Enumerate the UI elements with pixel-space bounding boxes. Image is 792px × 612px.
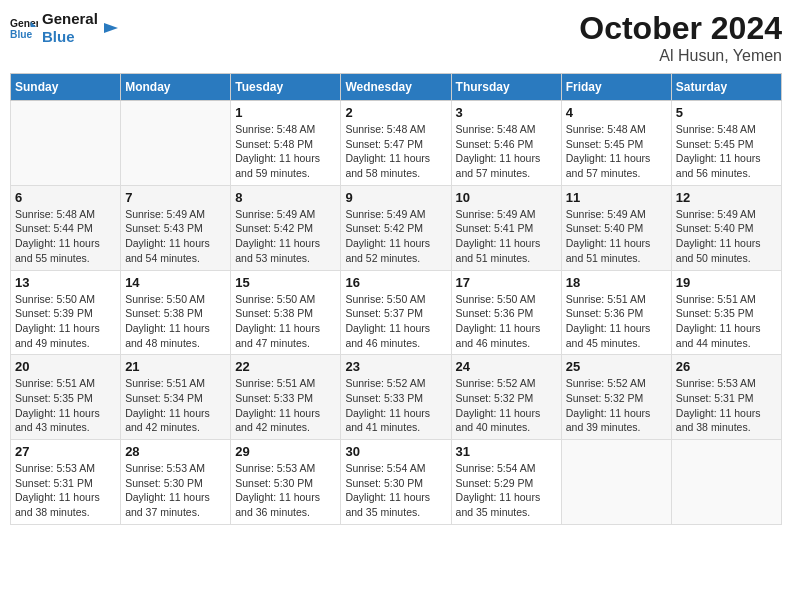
logo-icon: General Blue (10, 14, 38, 42)
calendar-cell: 14Sunrise: 5:50 AM Sunset: 5:38 PM Dayli… (121, 270, 231, 355)
header-day: Saturday (671, 74, 781, 101)
calendar-cell: 24Sunrise: 5:52 AM Sunset: 5:32 PM Dayli… (451, 355, 561, 440)
calendar-cell: 29Sunrise: 5:53 AM Sunset: 5:30 PM Dayli… (231, 440, 341, 525)
calendar-week-row: 6Sunrise: 5:48 AM Sunset: 5:44 PM Daylig… (11, 185, 782, 270)
day-number: 7 (125, 190, 226, 205)
day-number: 11 (566, 190, 667, 205)
day-info: Sunrise: 5:48 AM Sunset: 5:44 PM Dayligh… (15, 207, 116, 266)
header: General Blue General Blue October 2024 A… (10, 10, 782, 65)
logo-blue: Blue (42, 28, 98, 46)
calendar-week-row: 20Sunrise: 5:51 AM Sunset: 5:35 PM Dayli… (11, 355, 782, 440)
main-title: October 2024 (579, 10, 782, 47)
day-info: Sunrise: 5:48 AM Sunset: 5:47 PM Dayligh… (345, 122, 446, 181)
subtitle: Al Husun, Yemen (579, 47, 782, 65)
calendar-week-row: 27Sunrise: 5:53 AM Sunset: 5:31 PM Dayli… (11, 440, 782, 525)
calendar-cell: 1Sunrise: 5:48 AM Sunset: 5:48 PM Daylig… (231, 101, 341, 186)
calendar-cell: 27Sunrise: 5:53 AM Sunset: 5:31 PM Dayli… (11, 440, 121, 525)
title-area: October 2024 Al Husun, Yemen (579, 10, 782, 65)
calendar-cell: 15Sunrise: 5:50 AM Sunset: 5:38 PM Dayli… (231, 270, 341, 355)
calendar-cell: 12Sunrise: 5:49 AM Sunset: 5:40 PM Dayli… (671, 185, 781, 270)
calendar-week-row: 1Sunrise: 5:48 AM Sunset: 5:48 PM Daylig… (11, 101, 782, 186)
day-info: Sunrise: 5:49 AM Sunset: 5:40 PM Dayligh… (676, 207, 777, 266)
day-info: Sunrise: 5:51 AM Sunset: 5:33 PM Dayligh… (235, 376, 336, 435)
calendar-cell: 22Sunrise: 5:51 AM Sunset: 5:33 PM Dayli… (231, 355, 341, 440)
day-number: 13 (15, 275, 116, 290)
calendar-cell (11, 101, 121, 186)
calendar-cell: 5Sunrise: 5:48 AM Sunset: 5:45 PM Daylig… (671, 101, 781, 186)
day-number: 14 (125, 275, 226, 290)
logo-arrow-icon (102, 19, 120, 37)
calendar-cell: 20Sunrise: 5:51 AM Sunset: 5:35 PM Dayli… (11, 355, 121, 440)
calendar-cell: 2Sunrise: 5:48 AM Sunset: 5:47 PM Daylig… (341, 101, 451, 186)
calendar-cell: 26Sunrise: 5:53 AM Sunset: 5:31 PM Dayli… (671, 355, 781, 440)
calendar-cell: 7Sunrise: 5:49 AM Sunset: 5:43 PM Daylig… (121, 185, 231, 270)
day-info: Sunrise: 5:48 AM Sunset: 5:45 PM Dayligh… (566, 122, 667, 181)
day-info: Sunrise: 5:50 AM Sunset: 5:38 PM Dayligh… (235, 292, 336, 351)
calendar-table: SundayMondayTuesdayWednesdayThursdayFrid… (10, 73, 782, 525)
calendar-cell: 10Sunrise: 5:49 AM Sunset: 5:41 PM Dayli… (451, 185, 561, 270)
day-number: 30 (345, 444, 446, 459)
day-info: Sunrise: 5:53 AM Sunset: 5:31 PM Dayligh… (15, 461, 116, 520)
day-info: Sunrise: 5:50 AM Sunset: 5:38 PM Dayligh… (125, 292, 226, 351)
header-day: Monday (121, 74, 231, 101)
calendar-cell: 13Sunrise: 5:50 AM Sunset: 5:39 PM Dayli… (11, 270, 121, 355)
day-number: 31 (456, 444, 557, 459)
day-info: Sunrise: 5:52 AM Sunset: 5:33 PM Dayligh… (345, 376, 446, 435)
calendar-cell: 19Sunrise: 5:51 AM Sunset: 5:35 PM Dayli… (671, 270, 781, 355)
svg-text:Blue: Blue (10, 29, 33, 40)
day-info: Sunrise: 5:48 AM Sunset: 5:45 PM Dayligh… (676, 122, 777, 181)
calendar-cell: 8Sunrise: 5:49 AM Sunset: 5:42 PM Daylig… (231, 185, 341, 270)
logo-general: General (42, 10, 98, 28)
day-number: 4 (566, 105, 667, 120)
day-info: Sunrise: 5:51 AM Sunset: 5:35 PM Dayligh… (676, 292, 777, 351)
day-info: Sunrise: 5:49 AM Sunset: 5:42 PM Dayligh… (235, 207, 336, 266)
day-info: Sunrise: 5:49 AM Sunset: 5:42 PM Dayligh… (345, 207, 446, 266)
day-number: 21 (125, 359, 226, 374)
day-number: 19 (676, 275, 777, 290)
day-info: Sunrise: 5:51 AM Sunset: 5:36 PM Dayligh… (566, 292, 667, 351)
day-number: 15 (235, 275, 336, 290)
day-info: Sunrise: 5:48 AM Sunset: 5:48 PM Dayligh… (235, 122, 336, 181)
day-number: 28 (125, 444, 226, 459)
day-number: 18 (566, 275, 667, 290)
calendar-cell: 6Sunrise: 5:48 AM Sunset: 5:44 PM Daylig… (11, 185, 121, 270)
calendar-cell: 9Sunrise: 5:49 AM Sunset: 5:42 PM Daylig… (341, 185, 451, 270)
calendar-cell: 30Sunrise: 5:54 AM Sunset: 5:30 PM Dayli… (341, 440, 451, 525)
day-number: 5 (676, 105, 777, 120)
header-day: Thursday (451, 74, 561, 101)
day-info: Sunrise: 5:50 AM Sunset: 5:39 PM Dayligh… (15, 292, 116, 351)
calendar-cell: 31Sunrise: 5:54 AM Sunset: 5:29 PM Dayli… (451, 440, 561, 525)
logo: General Blue General Blue (10, 10, 120, 46)
day-info: Sunrise: 5:53 AM Sunset: 5:31 PM Dayligh… (676, 376, 777, 435)
day-number: 24 (456, 359, 557, 374)
svg-text:General: General (10, 18, 38, 29)
day-number: 29 (235, 444, 336, 459)
day-info: Sunrise: 5:49 AM Sunset: 5:43 PM Dayligh… (125, 207, 226, 266)
calendar-cell: 23Sunrise: 5:52 AM Sunset: 5:33 PM Dayli… (341, 355, 451, 440)
day-number: 27 (15, 444, 116, 459)
calendar-cell (121, 101, 231, 186)
day-info: Sunrise: 5:51 AM Sunset: 5:35 PM Dayligh… (15, 376, 116, 435)
day-number: 3 (456, 105, 557, 120)
day-info: Sunrise: 5:54 AM Sunset: 5:30 PM Dayligh… (345, 461, 446, 520)
day-info: Sunrise: 5:52 AM Sunset: 5:32 PM Dayligh… (456, 376, 557, 435)
day-info: Sunrise: 5:50 AM Sunset: 5:37 PM Dayligh… (345, 292, 446, 351)
calendar-cell: 16Sunrise: 5:50 AM Sunset: 5:37 PM Dayli… (341, 270, 451, 355)
day-number: 16 (345, 275, 446, 290)
calendar-cell: 4Sunrise: 5:48 AM Sunset: 5:45 PM Daylig… (561, 101, 671, 186)
day-info: Sunrise: 5:53 AM Sunset: 5:30 PM Dayligh… (125, 461, 226, 520)
day-number: 23 (345, 359, 446, 374)
day-number: 22 (235, 359, 336, 374)
calendar-cell: 11Sunrise: 5:49 AM Sunset: 5:40 PM Dayli… (561, 185, 671, 270)
header-day: Tuesday (231, 74, 341, 101)
day-number: 12 (676, 190, 777, 205)
day-info: Sunrise: 5:48 AM Sunset: 5:46 PM Dayligh… (456, 122, 557, 181)
day-number: 8 (235, 190, 336, 205)
calendar-cell (671, 440, 781, 525)
day-number: 17 (456, 275, 557, 290)
day-info: Sunrise: 5:51 AM Sunset: 5:34 PM Dayligh… (125, 376, 226, 435)
day-info: Sunrise: 5:54 AM Sunset: 5:29 PM Dayligh… (456, 461, 557, 520)
calendar-cell: 18Sunrise: 5:51 AM Sunset: 5:36 PM Dayli… (561, 270, 671, 355)
calendar-cell: 21Sunrise: 5:51 AM Sunset: 5:34 PM Dayli… (121, 355, 231, 440)
calendar-cell (561, 440, 671, 525)
